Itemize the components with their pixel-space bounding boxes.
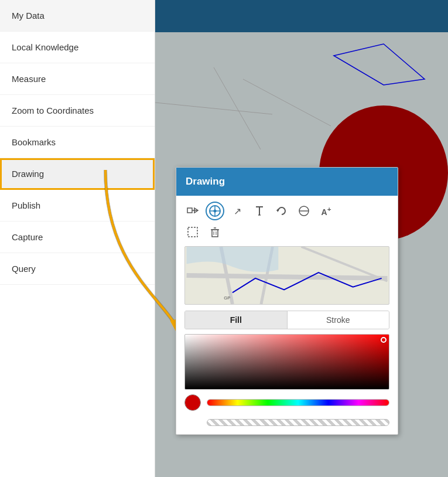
color-picker-handle[interactable] — [381, 337, 387, 343]
drawing-panel-title: Drawing — [186, 176, 225, 187]
sidebar-label-zoom-to-coordinates: Zoom to Coordinates — [12, 105, 94, 115]
sidebar-item-query[interactable]: Query — [0, 253, 155, 285]
sidebar-item-my-data[interactable]: My Data — [0, 0, 155, 32]
sidebar-item-zoom-to-coordinates[interactable]: Zoom to Coordinates — [0, 95, 155, 127]
sidebar-item-local-knowledge[interactable]: Local Knowledge — [0, 32, 155, 63]
svg-line-25 — [187, 275, 388, 278]
svg-point-11 — [214, 210, 217, 213]
stroke-tab-label: Stroke — [326, 315, 350, 325]
sidebar-label-query: Query — [12, 264, 36, 274]
sidebar-item-capture[interactable]: Capture — [0, 222, 155, 253]
sidebar-label-measure: Measure — [12, 74, 46, 84]
hue-slider[interactable] — [207, 399, 389, 406]
color-picker-gradient[interactable] — [184, 334, 389, 390]
rotate-tool-icon[interactable] — [272, 202, 291, 220]
circle-tool-icon[interactable] — [295, 202, 313, 220]
text-tool-icon[interactable] — [250, 202, 269, 220]
sidebar-item-bookmarks[interactable]: Bookmarks — [0, 127, 155, 158]
fill-tab-label: Fill — [230, 315, 242, 325]
sidebar-item-measure[interactable]: Measure — [0, 63, 155, 95]
drawing-panel: Drawing ↗ — [176, 167, 398, 435]
svg-rect-19 — [212, 230, 218, 237]
sidebar-item-publish[interactable]: Publish — [0, 190, 155, 222]
color-swatch — [184, 394, 201, 411]
sidebar-label-bookmarks: Bookmarks — [12, 137, 56, 147]
hue-slider-row — [184, 394, 389, 411]
svg-text:GP: GP — [224, 295, 230, 301]
font-size-icon[interactable]: A+ — [317, 202, 336, 220]
polygon-tool-icon[interactable] — [183, 202, 202, 220]
sidebar-label-local-knowledge: Local Knowledge — [12, 42, 78, 52]
alpha-slider[interactable] — [207, 419, 389, 426]
drawing-toolbar-row2 — [176, 223, 398, 246]
edit-tool-icon[interactable] — [206, 202, 224, 220]
panel-map-thumbnail: GP — [184, 246, 389, 305]
panel-tabs: Fill Stroke — [184, 311, 389, 329]
svg-rect-5 — [187, 208, 192, 213]
sidebar-label-publish: Publish — [12, 200, 40, 210]
drawing-panel-header: Drawing — [176, 168, 398, 196]
sidebar-label-my-data: My Data — [12, 11, 45, 21]
sidebar-label-drawing: Drawing — [12, 169, 44, 179]
svg-marker-15 — [276, 209, 278, 212]
tab-stroke[interactable]: Stroke — [288, 311, 389, 329]
sidebar-item-drawing[interactable]: Drawing — [0, 158, 155, 190]
select-box-icon[interactable] — [183, 223, 202, 241]
arrow-tool-icon[interactable]: ↗ — [228, 202, 247, 220]
delete-icon[interactable] — [206, 223, 224, 241]
drawing-toolbar-row1: ↗ A+ — [176, 196, 398, 223]
tab-fill[interactable]: Fill — [185, 311, 288, 329]
alpha-slider-row — [184, 414, 389, 431]
svg-rect-18 — [188, 227, 197, 237]
sidebar-label-capture: Capture — [12, 232, 43, 242]
sidebar: My Data Local Knowledge Measure Zoom to … — [0, 0, 155, 477]
